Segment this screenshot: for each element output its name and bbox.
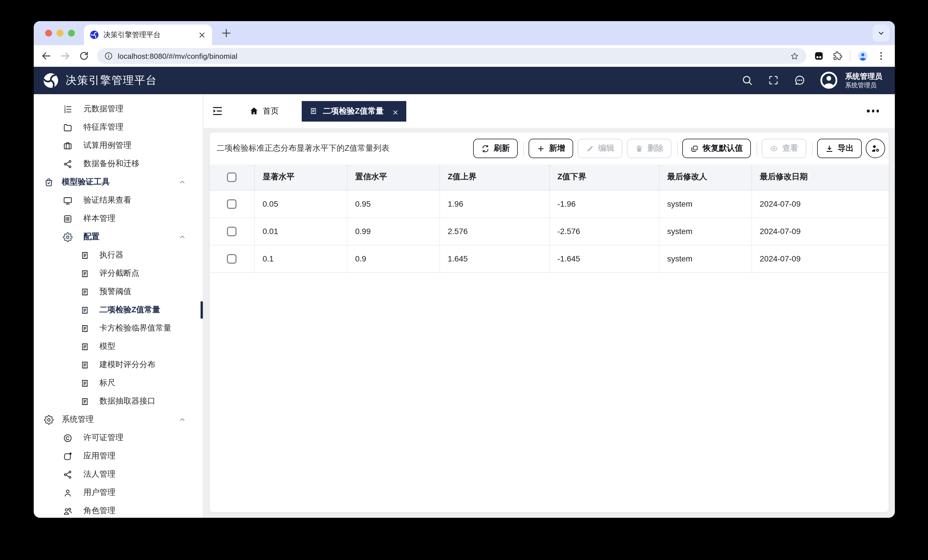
bag-check-icon <box>44 177 54 187</box>
user-info[interactable]: 系统管理员 系统管理员 <box>845 72 882 90</box>
chevron-up-icon <box>178 233 186 241</box>
button-label: 查看 <box>782 143 798 154</box>
刷新-button[interactable]: 刷新 <box>473 139 518 158</box>
header-cell-checkbox <box>210 164 254 190</box>
browser-profile-avatar[interactable] <box>857 50 868 62</box>
sidebar-item[interactable]: 配置 <box>34 228 203 246</box>
sidebar-item[interactable]: 123元数据管理 <box>34 100 203 118</box>
sidebar-item-label: 配置 <box>84 232 99 242</box>
cell-checkbox <box>210 190 254 218</box>
active-page-tab[interactable]: 二项检验Z值常量 <box>302 101 406 121</box>
删除-button[interactable]: 删除 <box>627 139 672 158</box>
sidebar-item[interactable]: 模型 <box>34 337 203 356</box>
sidebar-item-label: 评分截断点 <box>99 268 139 278</box>
button-label: 导出 <box>838 143 854 154</box>
row-checkbox[interactable] <box>227 227 237 236</box>
sidebar-item[interactable]: 建模时评分分布 <box>34 356 203 374</box>
sidebar-item-label: 数据抽取器接口 <box>99 396 156 406</box>
bookmark-star-icon[interactable] <box>790 51 800 61</box>
sidebar-item[interactable]: 角色管理 <box>34 502 203 518</box>
browser-menu-kebab-icon[interactable] <box>875 50 887 62</box>
url-text[interactable]: localhost:8080/#/mv/config/binomial <box>118 52 785 60</box>
tab-close-icon[interactable] <box>198 30 206 39</box>
row-checkbox[interactable] <box>227 254 237 264</box>
sidebar-item[interactable]: 模型验证工具 <box>34 173 203 191</box>
sidebar-item[interactable]: 数据备份和迁移 <box>34 155 203 173</box>
cell-checkbox <box>210 245 254 272</box>
user-avatar[interactable] <box>820 72 838 89</box>
maximize-window-button[interactable] <box>68 30 75 37</box>
sidebar-item[interactable]: 卡方检验临界值常量 <box>34 319 203 337</box>
share-icon <box>63 470 73 479</box>
table-row[interactable]: 0.010.992.576-2.576system2024-07-09 <box>210 218 888 245</box>
sidebar-item[interactable]: 评分截断点 <box>34 264 203 283</box>
sidebar-item[interactable]: 预警阈值 <box>34 283 203 301</box>
select-all-checkbox[interactable] <box>227 172 237 182</box>
sidebar-item-label: 标尺 <box>99 378 115 388</box>
cell-checkbox <box>210 218 254 245</box>
share-icon <box>63 159 73 169</box>
sidebar-item[interactable]: 试算用例管理 <box>34 137 203 155</box>
collapse-sidebar-icon[interactable] <box>211 105 223 117</box>
sidebar-item[interactable]: 应用管理 <box>34 447 203 465</box>
table-row[interactable]: 0.050.951.96-1.96system2024-07-09 <box>210 190 888 218</box>
sidebar-item[interactable]: 系统管理 <box>34 411 203 429</box>
tab-options-ellipsis-icon[interactable] <box>867 110 879 112</box>
chevron-up-icon <box>178 415 186 423</box>
new-tab-button[interactable] <box>220 27 233 40</box>
恢复默认值-button[interactable]: 恢复默认值 <box>682 139 751 158</box>
sidebar-item[interactable]: 用户管理 <box>34 484 203 502</box>
extensions-puzzle-icon[interactable] <box>832 50 843 62</box>
table-cell: system <box>659 218 751 245</box>
table-cell: 2.576 <box>440 218 549 245</box>
close-window-button[interactable] <box>45 30 52 37</box>
header-actions: 系统管理员 系统管理员 <box>741 72 882 90</box>
site-info-icon[interactable] <box>104 52 113 61</box>
编辑-button[interactable]: 编辑 <box>578 139 622 158</box>
home-breadcrumb[interactable]: 首页 <box>249 106 279 116</box>
messages-icon[interactable] <box>794 75 806 87</box>
user-gear-button[interactable] <box>866 139 885 158</box>
sidebar-item-label: 样本管理 <box>84 213 115 224</box>
查看-button[interactable]: 查看 <box>762 139 806 158</box>
browser-window: 决策引擎管理平台 localhost:8080/#/mv/config/bino… <box>34 21 895 518</box>
browser-tab[interactable]: 决策引擎管理平台 <box>84 24 212 45</box>
browser-tabstrip: 决策引擎管理平台 <box>34 21 895 45</box>
sidebar-item[interactable]: 许可证管理 <box>34 429 203 447</box>
sidebar-item[interactable]: 执行器 <box>34 246 203 264</box>
sidebar-item[interactable]: 数据抽取器接口 <box>34 392 203 411</box>
eye-icon <box>770 144 778 153</box>
monitor-icon <box>63 196 73 205</box>
receipt-icon <box>80 287 90 297</box>
sidebar-item[interactable]: 标尺 <box>34 374 203 392</box>
numbered-list-icon: 123 <box>63 104 73 114</box>
导出-button[interactable]: 导出 <box>817 139 862 158</box>
sidebar-item-label: 建模时评分分布 <box>99 360 156 370</box>
toolbar-group-divider <box>524 142 524 155</box>
table-row[interactable]: 0.10.91.645-1.645system2024-07-09 <box>210 245 888 272</box>
sidebar-item-label: 法人管理 <box>84 469 115 479</box>
search-icon[interactable] <box>741 75 753 87</box>
tab-close-icon[interactable] <box>392 108 398 114</box>
新增-button[interactable]: 新增 <box>528 139 573 158</box>
pencil-icon <box>586 144 594 153</box>
back-button[interactable] <box>41 50 52 62</box>
tab-search-chevron-button[interactable] <box>873 24 890 42</box>
sidebar-item-selected[interactable]: 二项检验Z值常量 <box>34 301 203 319</box>
address-bar[interactable]: localhost:8080/#/mv/config/binomial <box>97 48 806 64</box>
briefcase-icon <box>63 141 73 151</box>
reload-button[interactable] <box>78 50 90 62</box>
forward-button[interactable] <box>60 50 71 62</box>
table-header-row: 显著水平置信水平Z值上界Z值下界最后修改人最后修改日期 <box>210 164 888 190</box>
minimize-window-button[interactable] <box>56 30 63 37</box>
app-logo <box>42 72 60 89</box>
extension-shortcut-icon[interactable] <box>813 50 824 62</box>
row-checkbox[interactable] <box>227 199 237 209</box>
sidebar-item[interactable]: 验证结果查看 <box>34 191 203 210</box>
sidebar-item[interactable]: 法人管理 <box>34 465 203 484</box>
sidebar-item[interactable]: 特征库管理 <box>34 118 203 137</box>
svg-text:3: 3 <box>64 110 66 113</box>
sidebar-item[interactable]: 样本管理 <box>34 210 203 228</box>
header-cell: 显著水平 <box>254 164 347 190</box>
fullscreen-icon[interactable] <box>768 75 780 87</box>
